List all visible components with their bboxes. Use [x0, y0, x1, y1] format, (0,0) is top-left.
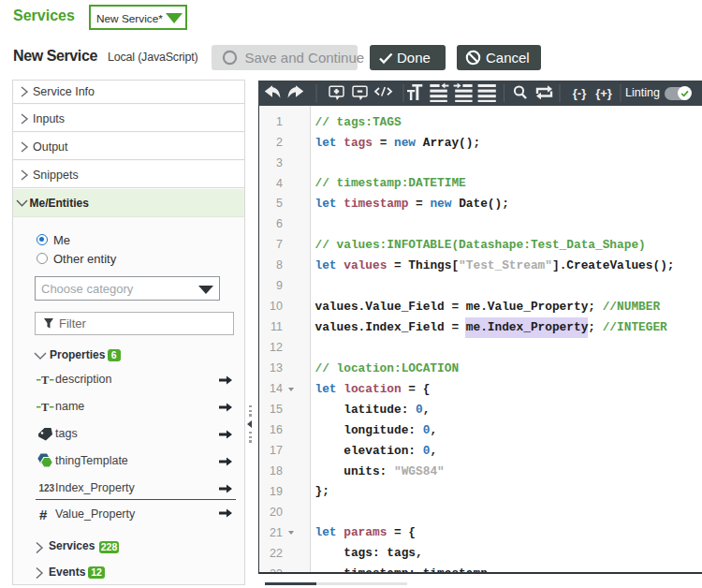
svg-text:{+}: {+}	[595, 86, 612, 100]
svg-text:{-}: {-}	[573, 86, 586, 100]
svg-text:T: T	[41, 374, 50, 385]
svg-text:T: T	[41, 401, 50, 412]
